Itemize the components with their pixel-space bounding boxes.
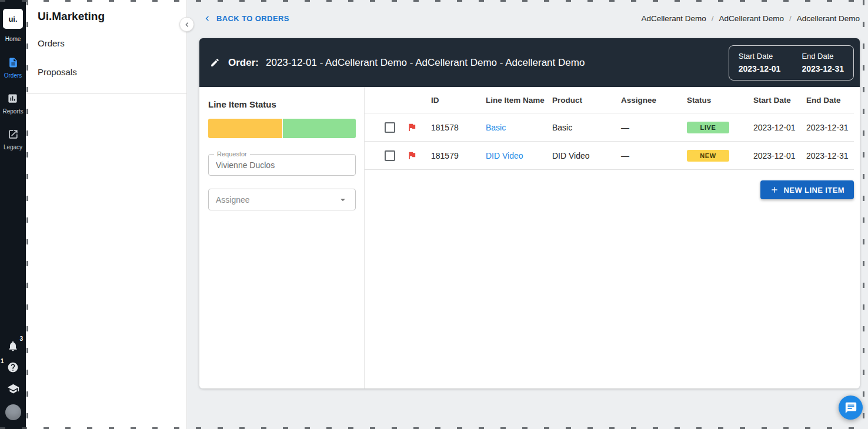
- breadcrumb-separator: /: [789, 14, 792, 23]
- status-bar-segment-new: [208, 119, 282, 138]
- graduation-cap-icon: [7, 383, 19, 395]
- notifications-button[interactable]: 3: [7, 340, 19, 352]
- plus-icon: [770, 185, 779, 195]
- orders-icon: [8, 57, 19, 70]
- row-checkbox[interactable]: [385, 122, 395, 133]
- header-product: Product: [545, 96, 614, 105]
- status-bar-segment-live: [282, 119, 356, 138]
- row-checkbox[interactable]: [385, 150, 395, 161]
- breadcrumb: AdCellerant Demo / AdCellerant Demo / Ad…: [642, 14, 860, 23]
- order-header: Order: 2023-12-01 - AdCellerant Demo - A…: [199, 38, 860, 87]
- line-item-status-bar: [208, 119, 356, 138]
- assignee-placeholder: Assignee: [216, 195, 250, 205]
- order-dates-box: Start Date 2023-12-01 End Date 2023-12-3…: [729, 45, 854, 81]
- edit-order-button[interactable]: [210, 58, 220, 68]
- cell-start-date: 2023-12-01: [746, 151, 799, 160]
- chevron-left-icon: [182, 20, 192, 29]
- cell-id: 181578: [424, 123, 479, 132]
- rail-bottom-cluster: 3 1: [5, 340, 21, 429]
- user-avatar[interactable]: [5, 404, 21, 420]
- chat-widget-button[interactable]: [839, 396, 863, 420]
- cell-assignee: —: [614, 123, 680, 132]
- order-label: Order:: [228, 57, 259, 69]
- start-date-value: 2023-12-01: [739, 64, 781, 73]
- flag-icon[interactable]: [407, 150, 417, 160]
- order-card: Order: 2023-12-01 - AdCellerant Demo - A…: [199, 38, 860, 388]
- app-root: ui. Home Orders Reports Legacy: [0, 0, 868, 429]
- order-title: 2023-12-01 - AdCellerant Demo - AdCeller…: [266, 57, 585, 69]
- requestor-input[interactable]: [216, 160, 348, 170]
- header-status: Status: [680, 96, 746, 105]
- sidebar: Ui.Marketing Orders Proposals: [26, 0, 187, 429]
- order-start-date: Start Date 2023-12-01: [739, 52, 781, 73]
- chevron-down-icon: [338, 195, 348, 205]
- rail-item-legacy[interactable]: Legacy: [4, 129, 22, 150]
- breadcrumb-item-agency[interactable]: AdCellerant Demo: [642, 14, 706, 23]
- order-end-date: End Date 2023-12-31: [802, 52, 844, 73]
- table-row: 181578 Basic Basic — LIVE 2023-12-01 202…: [365, 113, 854, 142]
- rail-home-label: Home: [5, 36, 21, 42]
- header-assignee: Assignee: [614, 96, 680, 105]
- sidebar-item-proposals[interactable]: Proposals: [26, 58, 186, 86]
- main-content: BACK TO ORDERS AdCellerant Demo / AdCell…: [187, 0, 868, 429]
- cell-end-date: 2023-12-31: [799, 151, 854, 160]
- line-item-status-title: Line Item Status: [208, 99, 356, 109]
- cell-product: DID Video: [545, 151, 614, 160]
- line-items-section: ID Line Item Name Product Assignee Statu…: [365, 87, 860, 388]
- breadcrumb-item-advertiser[interactable]: AdCellerant Demo: [719, 14, 784, 23]
- chat-bubble-icon: [844, 401, 857, 414]
- cell-product: Basic: [545, 123, 614, 132]
- legacy-launch-icon: [8, 129, 19, 142]
- left-rail: ui. Home Orders Reports Legacy: [0, 0, 26, 429]
- table-header-row: ID Line Item Name Product Assignee Statu…: [365, 87, 854, 113]
- cell-start-date: 2023-12-01: [746, 123, 799, 132]
- line-item-link[interactable]: Basic: [486, 123, 506, 132]
- new-line-item-label: NEW LINE ITEM: [784, 186, 844, 195]
- rail-legacy-label: Legacy: [4, 144, 22, 150]
- flag-icon[interactable]: [407, 122, 417, 132]
- app-logo[interactable]: ui.: [3, 9, 23, 29]
- requestor-field[interactable]: Requestor: [208, 154, 356, 176]
- status-badge: NEW: [687, 150, 729, 162]
- order-card-body: Line Item Status Requestor Assignee: [199, 87, 860, 388]
- bell-icon: [7, 340, 19, 352]
- new-line-item-button[interactable]: NEW LINE ITEM: [760, 180, 854, 199]
- breadcrumb-item-order[interactable]: Adcellerant Demo: [797, 14, 860, 23]
- help-badge: 1: [1, 358, 4, 364]
- sidebar-collapse-button[interactable]: [179, 17, 194, 32]
- status-badge: LIVE: [687, 122, 729, 133]
- help-icon: [7, 361, 19, 373]
- chevron-left-icon: [202, 14, 212, 24]
- notifications-badge: 3: [19, 336, 23, 342]
- back-to-orders-link[interactable]: BACK TO ORDERS: [202, 14, 289, 24]
- app-logo-text: ui.: [8, 15, 17, 24]
- end-date-label: End Date: [802, 52, 844, 61]
- rail-item-orders[interactable]: Orders: [4, 57, 22, 79]
- table-row: 181579 DID Video DID Video — NEW 2023-12…: [365, 142, 854, 170]
- end-date-value: 2023-12-31: [802, 64, 844, 73]
- rail-orders-label: Orders: [4, 72, 22, 79]
- rail-item-reports[interactable]: Reports: [2, 93, 23, 115]
- academy-button[interactable]: [7, 383, 19, 395]
- cell-assignee: —: [614, 151, 680, 160]
- rail-reports-label: Reports: [2, 108, 23, 115]
- start-date-label: Start Date: [739, 52, 781, 61]
- line-item-link[interactable]: DID Video: [486, 151, 523, 160]
- breadcrumb-separator: /: [712, 14, 714, 23]
- header-start-date: Start Date: [746, 96, 799, 105]
- requestor-label: Requestor: [214, 150, 250, 157]
- header-id: ID: [424, 96, 479, 105]
- filters-panel: Line Item Status Requestor Assignee: [199, 87, 365, 388]
- assignee-select[interactable]: Assignee: [208, 189, 356, 210]
- help-button[interactable]: 1: [7, 361, 19, 373]
- cell-end-date: 2023-12-31: [799, 123, 854, 132]
- topbar: BACK TO ORDERS AdCellerant Demo / AdCell…: [187, 0, 868, 36]
- header-end-date: End Date: [799, 96, 854, 105]
- sidebar-item-orders[interactable]: Orders: [26, 29, 186, 58]
- back-label: BACK TO ORDERS: [216, 14, 289, 23]
- sidebar-divider: [26, 93, 186, 94]
- cell-id: 181579: [424, 151, 479, 160]
- app-title: Ui.Marketing: [26, 0, 186, 29]
- rail-item-home[interactable]: Home: [5, 33, 21, 43]
- header-line-item-name: Line Item Name: [479, 96, 545, 105]
